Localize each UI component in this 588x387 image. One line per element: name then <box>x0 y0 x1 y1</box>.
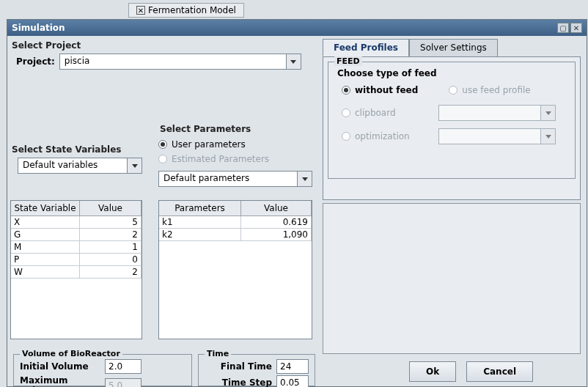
time-step-label: Time Step <box>222 377 272 387</box>
feed-fieldset: FEED Choose type of feed without feed us… <box>328 62 576 179</box>
pa-header-value: Value <box>241 201 312 215</box>
titlebar: Simulation ▢ ✕ <box>7 20 587 36</box>
table-row[interactable]: M1 <box>11 241 142 254</box>
table-row[interactable]: k21,090 <box>159 229 312 241</box>
select-state-vars-title: Select State Variables <box>12 144 157 155</box>
radio-use-feed-profile: use feed profile <box>449 85 530 95</box>
background-tab-label: Fermentation Model <box>148 5 236 15</box>
chevron-down-icon <box>540 129 555 144</box>
feed-preview-panel <box>323 203 581 354</box>
radio-optimization: optimization <box>342 131 418 141</box>
params-combo-value: Default parameters <box>159 172 297 186</box>
initial-volume-input[interactable] <box>105 359 142 374</box>
sv-header-value: Value <box>80 201 142 215</box>
maximize-icon[interactable]: ▢ <box>557 23 569 33</box>
state-vars-combo[interactable]: Default variables <box>18 158 142 174</box>
radio-clipboard: clipboard <box>342 108 418 118</box>
time-step-input[interactable] <box>276 375 309 387</box>
close-icon[interactable]: ✕ <box>570 23 582 33</box>
volume-fieldset: Volume of BioReactor Initial Volume Maxi… <box>13 354 192 386</box>
cancel-button[interactable]: Cancel <box>466 361 533 382</box>
time-fieldset: Time Final Time Time Step <box>198 354 315 386</box>
radio-estimated-parameters: Estimated Parameters <box>158 154 269 164</box>
dialog-title: Simulation <box>12 23 65 33</box>
project-combo[interactable]: piscia <box>59 54 301 70</box>
background-tab[interactable]: ✕ Fermentation Model <box>128 3 244 18</box>
choose-feed-label: Choose type of feed <box>337 68 569 78</box>
ok-button[interactable]: Ok <box>409 361 456 382</box>
maximum-volume-input <box>105 378 142 387</box>
chevron-down-icon <box>540 106 555 120</box>
feed-tab-panel: FEED Choose type of feed without feed us… <box>323 56 581 200</box>
state-vars-combo-value: Default variables <box>18 158 127 173</box>
select-project-title: Select Project <box>12 40 318 51</box>
close-tab-icon[interactable]: ✕ <box>136 6 145 15</box>
tab-feed-profiles[interactable]: Feed Profiles <box>323 39 409 56</box>
chevron-down-icon[interactable] <box>127 158 142 173</box>
time-legend: Time <box>205 349 231 358</box>
optimization-combo <box>438 128 556 144</box>
table-row[interactable]: k10.619 <box>159 216 312 229</box>
table-row[interactable]: G2 <box>11 229 142 241</box>
final-time-input[interactable] <box>276 359 309 374</box>
chevron-down-icon[interactable] <box>286 54 301 69</box>
initial-volume-label: Initial Volume <box>20 361 100 372</box>
radio-without-feed[interactable]: without feed <box>342 85 418 95</box>
table-row[interactable]: W2 <box>11 266 142 279</box>
final-time-label: Final Time <box>221 361 272 372</box>
chevron-down-icon[interactable] <box>297 172 312 186</box>
params-table: Parameters Value k10.619k21,090 <box>158 200 312 339</box>
maximum-volume-label: Maximum Volume <box>20 375 100 387</box>
volume-legend: Volume of BioReactor <box>20 349 122 358</box>
radio-user-parameters[interactable]: User parameters <box>158 139 246 150</box>
select-params-title: Select Parameters <box>160 124 320 134</box>
clipboard-combo <box>438 105 556 121</box>
feed-legend: FEED <box>334 56 362 66</box>
state-var-table: State Variable Value X5G2M1P0W2 <box>10 200 142 339</box>
table-row[interactable]: X5 <box>11 216 142 229</box>
params-combo[interactable]: Default parameters <box>158 171 312 187</box>
table-row[interactable]: P0 <box>11 254 142 266</box>
sv-header-variable: State Variable <box>11 201 80 215</box>
pa-header-param: Parameters <box>159 201 241 215</box>
project-label: Project: <box>16 56 55 67</box>
simulation-dialog: Simulation ▢ ✕ Select Project Project: p… <box>7 19 587 387</box>
tab-solver-settings[interactable]: Solver Settings <box>409 39 498 56</box>
project-value: piscia <box>60 54 286 69</box>
